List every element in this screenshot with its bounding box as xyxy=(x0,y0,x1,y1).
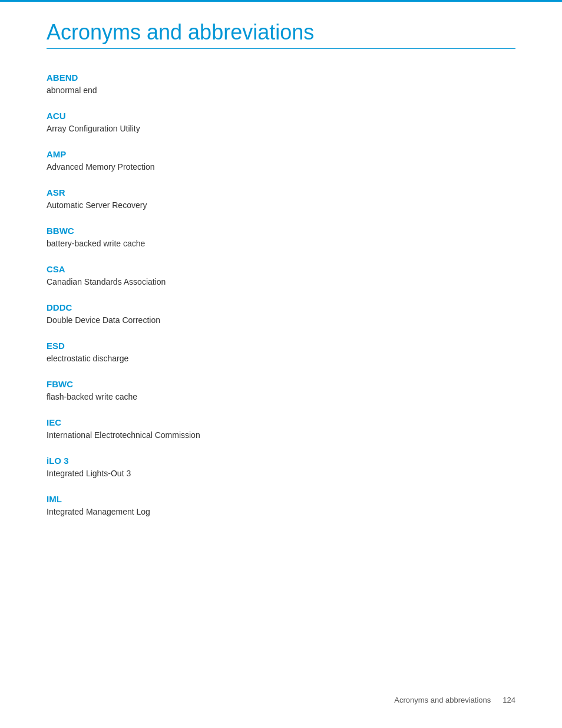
acronym-term: ABEND xyxy=(47,73,515,83)
footer-page-number: 124 xyxy=(503,696,515,704)
acronym-term: ASR xyxy=(47,187,515,197)
acronym-definition: abnormal end xyxy=(47,84,515,97)
acronym-item: ACUArray Configuration Utility xyxy=(47,111,515,135)
acronym-item: IECInternational Electrotechnical Commis… xyxy=(47,417,515,442)
acronym-term: ESD xyxy=(47,341,515,351)
acronym-item: FBWCflash-backed write cache xyxy=(47,379,515,403)
acronym-item: CSACanadian Standards Association xyxy=(47,264,515,288)
acronym-item: ASRAutomatic Server Recovery xyxy=(47,187,515,212)
acronym-definition: Canadian Standards Association xyxy=(47,276,515,288)
acronym-list: ABENDabnormal endACUArray Configuration … xyxy=(47,73,515,518)
acronym-item: BBWCbattery-backed write cache xyxy=(47,226,515,250)
acronym-definition: Double Device Data Correction xyxy=(47,314,515,327)
acronym-item: AMPAdvanced Memory Protection xyxy=(47,149,515,173)
acronym-definition: Automatic Server Recovery xyxy=(47,199,515,212)
footer-text: Acronyms and abbreviations xyxy=(394,696,491,704)
page: Acronyms and abbreviations ABENDabnormal… xyxy=(0,0,562,728)
page-title: Acronyms and abbreviations xyxy=(47,19,515,49)
acronym-item: ESDelectrostatic discharge xyxy=(47,341,515,365)
acronym-item: iLO 3Integrated Lights-Out 3 xyxy=(47,456,515,480)
acronym-item: IMLIntegrated Management Log xyxy=(47,494,515,518)
acronym-term: FBWC xyxy=(47,379,515,389)
page-footer: Acronyms and abbreviations 124 xyxy=(394,696,515,704)
acronym-term: IML xyxy=(47,494,515,504)
acronym-definition: Advanced Memory Protection xyxy=(47,161,515,173)
acronym-definition: Integrated Management Log xyxy=(47,506,515,518)
acronym-definition: International Electrotechnical Commissio… xyxy=(47,429,515,442)
acronym-term: AMP xyxy=(47,149,515,159)
acronym-term: iLO 3 xyxy=(47,456,515,466)
acronym-term: CSA xyxy=(47,264,515,274)
acronym-item: DDDCDouble Device Data Correction xyxy=(47,302,515,327)
acronym-term: DDDC xyxy=(47,302,515,312)
acronym-definition: battery-backed write cache xyxy=(47,238,515,250)
acronym-definition: electrostatic discharge xyxy=(47,353,515,365)
acronym-term: ACU xyxy=(47,111,515,121)
acronym-item: ABENDabnormal end xyxy=(47,73,515,97)
acronym-definition: Array Configuration Utility xyxy=(47,123,515,135)
acronym-definition: flash-backed write cache xyxy=(47,391,515,403)
acronym-definition: Integrated Lights-Out 3 xyxy=(47,467,515,480)
content-area: Acronyms and abbreviations ABENDabnormal… xyxy=(0,2,562,579)
acronym-term: IEC xyxy=(47,417,515,427)
acronym-term: BBWC xyxy=(47,226,515,236)
